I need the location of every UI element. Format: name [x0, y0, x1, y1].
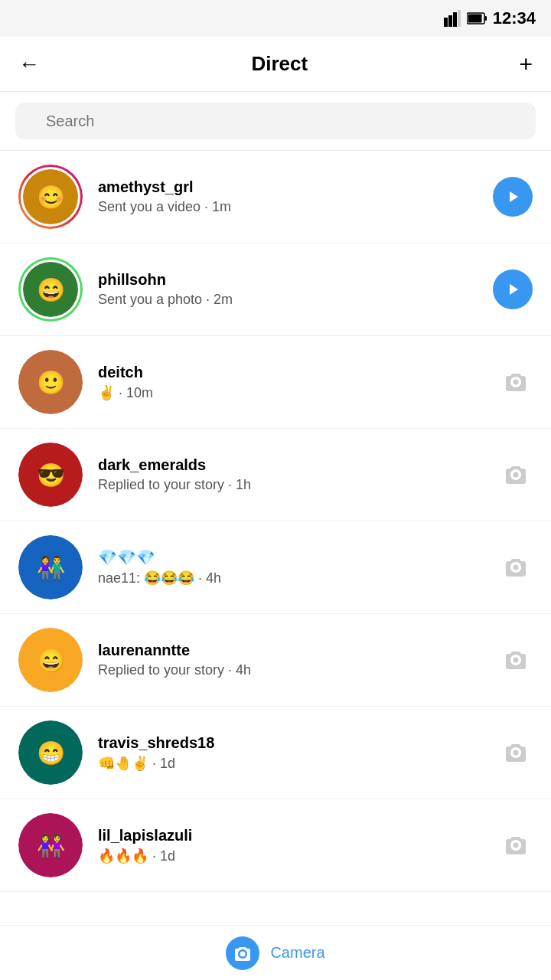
- svg-point-17: [240, 951, 246, 956]
- username: dark_emeralds: [98, 456, 487, 474]
- svg-rect-6: [468, 15, 481, 23]
- list-item[interactable]: 🙂 deitch ✌️ · 10m: [0, 336, 551, 429]
- svg-point-15: [514, 750, 519, 756]
- svg-rect-3: [458, 10, 461, 27]
- avatar: 🙂: [18, 350, 83, 414]
- username: phillsohn: [98, 271, 481, 289]
- username: deitch: [98, 364, 487, 381]
- search-wrapper: [15, 103, 536, 139]
- back-button[interactable]: ←: [18, 52, 40, 77]
- message-preview: nae11: 😂😂😂 · 4h: [98, 570, 487, 586]
- right-action: [499, 365, 533, 399]
- camera-icon: [499, 828, 533, 862]
- right-action[interactable]: [493, 177, 533, 217]
- play-button[interactable]: [493, 270, 533, 309]
- svg-rect-5: [484, 16, 487, 21]
- username: lil_lapislazuli: [98, 827, 487, 844]
- status-time: 12:34: [493, 8, 536, 28]
- camera-icon: [499, 365, 533, 399]
- message-preview: Sent you a photo · 2m: [98, 292, 481, 308]
- camera-button-icon[interactable]: [226, 936, 259, 970]
- svg-rect-2: [453, 12, 457, 27]
- svg-point-12: [514, 472, 519, 478]
- play-button[interactable]: [493, 177, 533, 217]
- avatar: 👫: [18, 535, 83, 599]
- message-content: phillsohn Sent you a photo · 2m: [98, 271, 481, 308]
- list-item[interactable]: 😎 dark_emeralds Replied to your story · …: [0, 429, 551, 521]
- svg-point-16: [514, 843, 519, 848]
- camera-icon: [499, 643, 533, 677]
- search-container: [0, 92, 551, 151]
- username: amethyst_grl: [98, 178, 481, 196]
- message-content: dark_emeralds Replied to your story · 1h: [98, 456, 487, 493]
- right-action: [499, 736, 533, 769]
- list-item[interactable]: 😄 phillsohn Sent you a photo · 2m: [0, 243, 551, 336]
- header: ← Direct +: [0, 37, 551, 92]
- message-preview: Replied to your story · 1h: [98, 477, 487, 493]
- svg-point-14: [514, 658, 519, 663]
- list-item[interactable]: 😄 laurenanntte Replied to your story · 4…: [0, 614, 551, 707]
- camera-icon: [499, 458, 533, 492]
- status-icons: 12:34: [444, 8, 536, 28]
- battery-icon: [467, 12, 487, 24]
- signal-icon: [444, 10, 461, 27]
- avatar: 😁: [18, 720, 83, 785]
- svg-marker-10: [510, 284, 518, 295]
- message-content: deitch ✌️ · 10m: [98, 364, 487, 401]
- list-item[interactable]: 👭 lil_lapislazuli 🔥🔥🔥 · 1d: [0, 799, 551, 892]
- avatar: 😎: [18, 443, 83, 507]
- avatar: 😄: [18, 628, 83, 692]
- right-action: [499, 643, 533, 677]
- status-bar: 12:34: [0, 0, 551, 37]
- message-preview: Sent you a video · 1m: [98, 199, 481, 215]
- bottom-bar[interactable]: Camera: [0, 925, 551, 980]
- list-item[interactable]: 😊 amethyst_grl Sent you a video · 1m: [0, 151, 551, 243]
- message-preview: ✌️ · 10m: [98, 384, 487, 401]
- username: 💎💎💎: [98, 548, 487, 567]
- message-content: travis_shreds18 👊🤚✌️ · 1d: [98, 734, 487, 772]
- message-preview: Replied to your story · 4h: [98, 662, 487, 678]
- header-title: Direct: [251, 52, 308, 76]
- list-item[interactable]: 👫 💎💎💎 nae11: 😂😂😂 · 4h: [0, 521, 551, 614]
- message-preview: 🔥🔥🔥 · 1d: [98, 848, 487, 864]
- camera-icon: [499, 736, 533, 769]
- search-input[interactable]: [15, 103, 536, 139]
- right-action: [499, 550, 533, 584]
- message-content: 💎💎💎 nae11: 😂😂😂 · 4h: [98, 548, 487, 586]
- list-item[interactable]: 😁 travis_shreds18 👊🤚✌️ · 1d: [0, 707, 551, 799]
- svg-rect-0: [444, 18, 448, 27]
- username: laurenanntte: [98, 642, 487, 659]
- right-action: [499, 458, 533, 492]
- new-message-button[interactable]: +: [519, 51, 533, 77]
- username: travis_shreds18: [98, 734, 487, 752]
- camera-label[interactable]: Camera: [270, 944, 324, 962]
- message-preview: 👊🤚✌️ · 1d: [98, 755, 487, 772]
- svg-rect-1: [448, 15, 452, 27]
- message-content: amethyst_grl Sent you a video · 1m: [98, 178, 481, 215]
- avatar: 👭: [18, 813, 83, 877]
- svg-marker-9: [510, 191, 518, 202]
- svg-point-11: [514, 380, 519, 385]
- camera-icon: [499, 550, 533, 584]
- message-content: laurenanntte Replied to your story · 4h: [98, 642, 487, 678]
- message-content: lil_lapislazuli 🔥🔥🔥 · 1d: [98, 827, 487, 864]
- right-action: [499, 828, 533, 862]
- avatar: 😄: [18, 257, 83, 322]
- right-action[interactable]: [493, 270, 533, 309]
- avatar: 😊: [18, 165, 83, 229]
- message-list: 😊 amethyst_grl Sent you a video · 1m 😄 p…: [0, 151, 551, 892]
- svg-point-13: [514, 565, 519, 570]
